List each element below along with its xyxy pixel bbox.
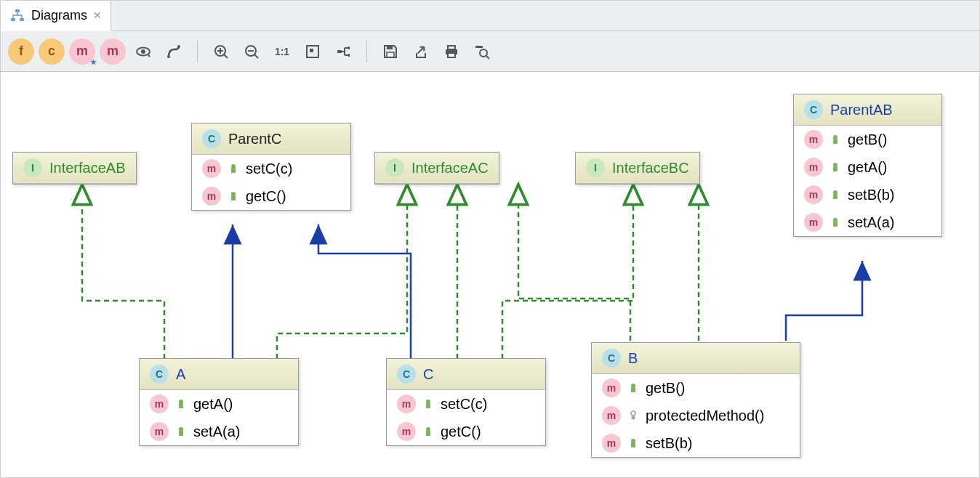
zoom-out-button[interactable] [238,39,265,65]
member-sig: setA(a) [193,424,240,440]
svg-rect-30 [833,194,838,199]
public-icon [628,380,638,397]
diagram-canvas[interactable]: I InterfaceAB C ParentC m setC(c) m getC… [1,72,979,477]
svg-rect-16 [448,46,455,49]
method-icon: m [602,406,621,425]
zoom-in-button[interactable] [208,39,234,65]
svg-rect-2 [20,18,24,21]
method-icon: m [202,159,221,178]
class-icon: C [602,349,621,368]
visibility-button[interactable] [130,39,156,65]
member-row: m getA() [794,153,941,181]
method-icon: m [202,187,221,206]
method-icon: m [804,185,823,204]
member-row: m setC(c) [387,390,545,418]
svg-rect-10 [310,49,313,52]
tab-bar: Diagrams ✕ [1,1,979,31]
public-icon [423,424,433,440]
svg-rect-36 [179,431,183,436]
method-icon: m [804,130,823,149]
node-title: InterfaceAC [411,160,489,177]
edge-routing-button[interactable] [161,39,187,65]
print-button[interactable] [438,39,465,65]
svg-rect-15 [387,52,394,57]
tab-diagrams[interactable]: Diagrams ✕ [1,1,111,31]
class-icon: C [202,129,221,148]
node-interfaceBC[interactable]: I InterfaceBC [575,152,700,185]
member-row: m setB(b) [794,181,941,208]
fit-content-button[interactable] [300,39,326,65]
node-parentAB[interactable]: C ParentAB m getB() m getA() m setB(b) m… [793,94,942,237]
svg-point-20 [480,49,487,57]
member-sig: getA() [193,396,233,413]
node-title: B [628,350,638,367]
interface-icon: I [385,158,404,177]
public-icon [628,435,638,452]
method-icon: m [397,422,416,441]
class-icon: C [804,100,823,119]
member-sig: protectedMethod() [646,408,764,424]
svg-rect-12 [348,46,350,49]
public-icon [830,187,840,203]
method-icon: m [602,434,621,453]
interface-icon: I [23,158,42,177]
public-icon [830,131,840,148]
method-icon: m [397,394,416,413]
member-row: m setA(a) [140,418,298,445]
member-sig: getA() [848,159,887,176]
member-sig: setC(c) [441,396,487,413]
public-icon [423,396,433,413]
member-sig: setB(b) [848,187,894,203]
node-parentC[interactable]: C ParentC m setC(c) m getC() [191,123,351,211]
node-interfaceAB[interactable]: I InterfaceAB [12,152,137,185]
member-row: m protectedMethod() [592,402,800,429]
method-icon: m [150,422,169,441]
filter-methods-starred-button[interactable]: m★ [69,39,95,65]
svg-point-44 [632,416,635,419]
filter-fields-button[interactable]: f [8,39,34,65]
node-title: ParentAB [830,102,893,118]
member-sig: getC() [441,424,481,440]
public-icon [176,396,186,413]
filter-constructors-button[interactable]: c [39,39,65,65]
svg-rect-13 [348,54,350,57]
public-icon [176,424,186,440]
member-sig: getB() [646,380,685,397]
method-icon: m [602,378,621,397]
svg-rect-24 [231,195,236,200]
member-row: m setC(c) [192,155,350,182]
node-interfaceAC[interactable]: I InterfaceAC [374,152,499,185]
class-icon: C [150,365,169,384]
save-button[interactable] [377,39,403,65]
close-icon[interactable]: ✕ [93,9,102,21]
node-title: C [423,366,433,383]
svg-point-4 [141,49,145,54]
svg-rect-34 [179,403,183,408]
member-sig: setA(a) [848,214,894,231]
public-icon [830,159,840,176]
node-title: InterfaceAB [49,160,126,177]
public-icon [228,188,238,205]
actual-size-button[interactable]: 1:1 [269,39,295,65]
member-row: m getB() [794,126,941,153]
member-row: m getA() [140,390,298,418]
member-row: m getC() [387,418,545,445]
public-icon [228,161,238,177]
filter-methods-button[interactable]: m [100,39,126,65]
export-button[interactable] [408,39,434,65]
svg-rect-46 [631,442,635,447]
toolbar: f c m★ m 1:1 [1,31,979,72]
node-classB[interactable]: C B m getB() m protectedMethod() m setB(… [591,342,800,458]
svg-rect-26 [833,139,838,144]
member-row: m setB(b) [592,429,800,457]
class-icon: C [397,365,416,384]
member-sig: setB(b) [646,435,692,452]
layout-button[interactable] [330,39,356,65]
find-button[interactable] [469,39,495,65]
svg-rect-22 [231,168,236,173]
member-row: m getB() [592,374,800,402]
svg-rect-18 [448,53,455,57]
node-classA[interactable]: C A m getA() m setA(a) [139,358,299,446]
method-icon: m [150,394,169,413]
node-classC[interactable]: C C m setC(c) m getC() [386,358,546,446]
